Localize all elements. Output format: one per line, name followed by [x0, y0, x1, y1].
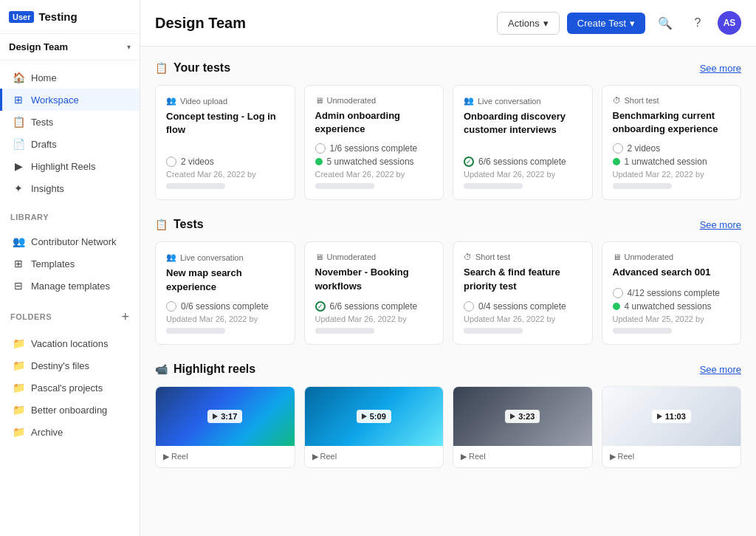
test-live-conv-icon-1: 👥 — [166, 252, 176, 262]
test-card-title-2: November - Booking workflows — [315, 266, 433, 294]
add-folder-button[interactable]: + — [121, 310, 129, 323]
tests-icon: 📋 — [13, 116, 24, 128]
nav-item-contributor-network[interactable]: 👥 Contributor Network — [0, 230, 140, 252]
nav-label-manage-templates: Manage templates — [31, 281, 110, 292]
test-user-bar-3 — [464, 328, 523, 334]
card-stat2-4: 1 unwatched session — [625, 157, 707, 167]
your-test-card-4[interactable]: ⏱ Short test Benchmarking current onboar… — [602, 85, 742, 200]
nav-label-vacation-locations: Vacation locations — [31, 338, 109, 349]
stat-circle-icon-4 — [613, 143, 623, 154]
card-type-3: 👥 Live conversation — [464, 96, 582, 106]
search-button[interactable]: 🔍 — [653, 10, 678, 35]
reel-card-1[interactable]: 3:17 ▶ Reel — [155, 386, 295, 468]
reel-thumb-3: 3:23 — [453, 387, 592, 446]
user-avatar[interactable]: AS — [718, 11, 741, 35]
help-icon: ? — [695, 16, 701, 30]
workspace-icon: ⊞ — [13, 94, 24, 106]
reel-card-4[interactable]: 11:03 ▶ Reel — [602, 386, 742, 468]
test-card-meta-4: 4/12 sessions complete 4 unwatched sessi… — [613, 288, 731, 334]
test-timestamp-3: Updated Mar 26, 2022 by — [464, 315, 582, 323]
reel-thumb-4: 11:03 — [602, 387, 741, 446]
test-stat2-4: 4 unwatched sessions — [625, 301, 712, 312]
reel-info-2: ▶ Reel — [305, 446, 444, 467]
test-card-type-3: ⏱ Short test — [464, 252, 582, 261]
nav-label-contributor-network: Contributor Network — [31, 236, 117, 247]
highlight-reels-see-more[interactable]: See more — [700, 364, 741, 375]
test-card-title-4: Advanced search 001 — [613, 266, 731, 281]
test-stat1-3: 0/4 sessions complete — [478, 301, 566, 312]
nav-item-pascals-projects[interactable]: 📁 Pascal's projects — [0, 377, 140, 399]
highlight-reels-section: 📹 Highlight reels See more 3:17 — [155, 363, 741, 468]
actions-button[interactable]: Actions ▾ — [497, 12, 560, 35]
highlight-reels-title-wrap: 📹 Highlight reels — [155, 363, 255, 376]
reel-label-3: Reel — [469, 452, 486, 461]
reel-type-icon-3: ▶ — [461, 452, 467, 461]
your-test-card-2[interactable]: 🖥 Unmoderated Admin onboarding experienc… — [304, 85, 444, 200]
nav-item-vacation-locations[interactable]: 📁 Vacation locations — [0, 332, 140, 354]
highlight-reels-grid: 3:17 ▶ Reel 5:09 — [155, 386, 741, 468]
nav-item-manage-templates[interactable]: ⊟ Manage templates — [0, 275, 140, 297]
library-nav: 👥 Contributor Network ⊞ Templates ⊟ Mana… — [0, 224, 140, 303]
folder-vacation-icon: 📁 — [13, 337, 24, 349]
workspace-selector[interactable]: Design Team ▾ — [0, 34, 140, 61]
test-stat-check-2 — [315, 301, 326, 312]
nav-item-tests[interactable]: 📋 Tests — [0, 111, 140, 133]
your-test-card-3[interactable]: 👥 Live conversation Onboarding discovery… — [453, 85, 593, 200]
card-meta-3: 6/6 sessions complete Updated Mar 26, 20… — [464, 157, 582, 189]
library-section-label: Library — [0, 205, 140, 224]
nav-item-highlight-reels[interactable]: ▶ Highlight Reels — [0, 155, 140, 177]
header-actions: Actions ▾ Create Test ▾ 🔍 ? AS — [497, 10, 741, 35]
nav-item-destinys-files[interactable]: 📁 Destiny's files — [0, 354, 140, 377]
nav-item-archive[interactable]: 📁 Archive — [0, 421, 140, 443]
nav-label-pascals-projects: Pascal's projects — [31, 382, 103, 394]
test-card-2[interactable]: 🖥 Unmoderated November - Booking workflo… — [304, 241, 444, 345]
nav-item-templates[interactable]: ⊞ Templates — [0, 252, 140, 275]
user-bar-2 — [315, 183, 374, 189]
user-bar-4 — [613, 183, 672, 189]
play-triangle-icon-1 — [213, 413, 218, 419]
your-tests-see-more[interactable]: See more — [700, 63, 741, 74]
nav-item-insights[interactable]: ✦ Insights — [0, 177, 140, 199]
folder-better-onboarding-icon: 📁 — [13, 404, 24, 416]
card-type-4: ⏱ Short test — [613, 96, 731, 105]
help-button[interactable]: ? — [685, 10, 710, 35]
nav-item-home[interactable]: 🏠 Home — [0, 66, 140, 89]
nav-item-workspace[interactable]: ⊞ Workspace — [0, 89, 140, 111]
highlight-reels-header: 📹 Highlight reels See more — [155, 363, 741, 376]
tests-section-icon: 📋 — [155, 219, 168, 230]
nav-item-better-onboarding[interactable]: 📁 Better onboarding — [0, 399, 140, 421]
your-tests-grid: 👥 Video upload Concept testing - Log in … — [155, 85, 741, 200]
create-test-chevron-icon: ▾ — [630, 18, 635, 29]
folder-destiny-icon: 📁 — [13, 360, 24, 371]
reel-type-icon-4: ▶ — [610, 452, 616, 461]
stat-circle-icon-1 — [166, 157, 176, 167]
tests-grid: 👥 Live conversation New map search exper… — [155, 241, 741, 345]
unmoderated-icon-2: 🖥 — [315, 96, 323, 105]
user-bar-3 — [464, 183, 523, 189]
nav-item-drafts[interactable]: 📄 Drafts — [0, 133, 140, 155]
card-title-3: Onboarding discovery customer interviews — [464, 110, 582, 149]
test-card-1[interactable]: 👥 Live conversation New map search exper… — [155, 241, 295, 345]
tests-see-more[interactable]: See more — [700, 219, 741, 230]
reel-card-3[interactable]: 3:23 ▶ Reel — [453, 386, 593, 468]
create-test-button[interactable]: Create Test ▾ — [567, 13, 645, 34]
test-card-3[interactable]: ⏱ Short test Search & find feature prior… — [453, 241, 593, 345]
actions-chevron-icon: ▾ — [543, 18, 549, 29]
test-stat1-2: 6/6 sessions complete — [330, 301, 418, 312]
nav-label-insights: Insights — [31, 183, 64, 194]
green-dot-icon-2 — [315, 158, 323, 165]
drafts-icon: 📄 — [13, 138, 24, 150]
reel-card-2[interactable]: 5:09 ▶ Reel — [304, 386, 444, 468]
card-title-2: Admin onboarding experience — [315, 109, 433, 136]
user-bar-1 — [166, 183, 225, 189]
reel-label-1: Reel — [171, 452, 188, 461]
highlight-reels-section-icon: 📹 — [155, 363, 168, 375]
card-timestamp-3: Updated Mar 26, 2022 by — [464, 170, 582, 179]
reel-play-badge-2: 5:09 — [357, 410, 391, 423]
main-content: Design Team Actions ▾ Create Test ▾ 🔍 ? … — [140, 0, 756, 536]
your-tests-title: Your tests — [173, 61, 230, 75]
test-card-4[interactable]: 🖥 Unmoderated Advanced search 001 4/12 s… — [602, 241, 742, 345]
your-test-card-1[interactable]: 👥 Video upload Concept testing - Log in … — [155, 85, 295, 200]
home-icon: 🏠 — [13, 72, 24, 83]
your-tests-section: 📋 Your tests See more 👥 Video upload Con… — [155, 61, 741, 200]
